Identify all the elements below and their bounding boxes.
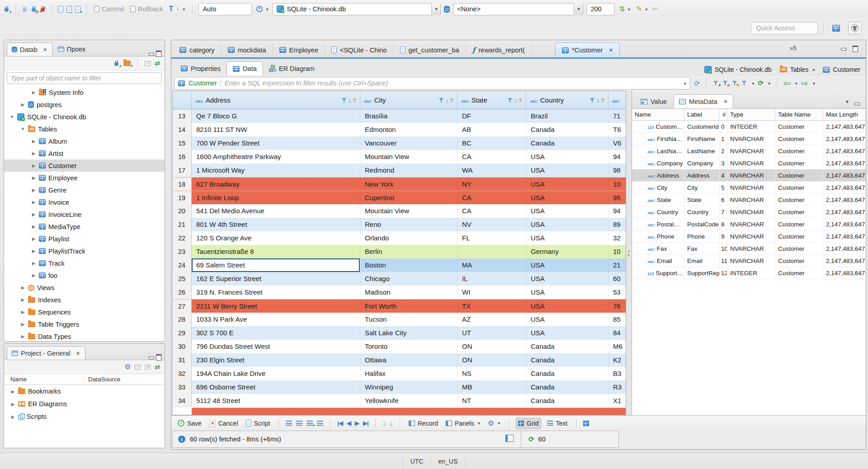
expander-icon[interactable]: ▶ (10, 402, 15, 407)
cell-city[interactable]: Chicago (360, 272, 458, 286)
cell-country[interactable]: Germany (526, 245, 609, 258)
metadata-row[interactable]: PostalCode PostalCode 8 NVARCHAR Custome… (632, 218, 866, 230)
row-number[interactable]: 17 (173, 164, 192, 177)
tab-value[interactable]: Value (636, 94, 672, 108)
fetch-size-input[interactable]: 200 (586, 3, 614, 15)
table-row[interactable]: 18 627 Broadway New York NY USA 10 (173, 177, 626, 191)
cell-state[interactable]: CA (458, 150, 526, 164)
row-number[interactable]: 29 (173, 326, 192, 340)
expander-icon[interactable]: ▶ (20, 297, 25, 302)
expander-icon[interactable]: ▶ (31, 224, 36, 229)
metadata-row[interactable]: State State 6 NVARCHAR Customer 2,147,48… (632, 194, 866, 206)
locale-indicator[interactable]: en_US (431, 456, 465, 467)
row-number[interactable]: 34 (173, 394, 192, 408)
column-header-name[interactable]: Name (632, 109, 684, 120)
expander-icon[interactable]: ▼ (9, 114, 14, 119)
delete-row-icon[interactable] (317, 421, 323, 426)
row-number[interactable]: 19 (173, 191, 192, 204)
cell-city[interactable]: Ottawa (360, 353, 458, 367)
row-number[interactable]: 24 (173, 258, 192, 272)
cell-postalcode[interactable]: 94 (609, 150, 626, 164)
cell-address[interactable]: 1 Infinite Loop (192, 191, 360, 204)
table-row[interactable]: 28 1033 N Park Ave Tucson AZ USA 85 (173, 313, 626, 326)
cell-postalcode[interactable]: 21 (609, 258, 626, 272)
cell-postalcode[interactable]: V6 (609, 136, 626, 150)
edit-row-icon[interactable] (286, 421, 292, 426)
connection-combo[interactable]: SQLite - Chinook.db ▼ (273, 3, 441, 15)
column-header-state[interactable]: State (458, 91, 526, 109)
editor-tab[interactable]: get_customer_ba ✕ (394, 42, 466, 57)
filter-icon[interactable] (507, 98, 513, 103)
cell-postalcode[interactable]: T6 (609, 123, 626, 136)
cell-city[interactable]: Fort Worth (360, 300, 458, 313)
editor-tab[interactable]: <SQLite - Chino ✕ (325, 42, 394, 57)
navigator-filter-input[interactable]: Type part of object name to filter (7, 72, 162, 84)
cell-postalcode[interactable]: 76 (609, 300, 626, 313)
cell-state[interactable]: NT (458, 394, 526, 408)
database-combo[interactable]: <None> ▼ (453, 3, 583, 15)
expander-icon[interactable]: ▶ (10, 414, 15, 419)
tree-item[interactable]: ▶ Sequences (4, 306, 165, 318)
refresh-filter-icon[interactable]: ⟳ (694, 79, 700, 88)
cell-address[interactable]: 302 S 700 E (192, 326, 360, 340)
filter-menu-icon[interactable] (741, 80, 747, 86)
filter-history-dropdown-icon[interactable]: ▾ (684, 81, 686, 86)
metadata-row[interactable]: CustomerId CustomerId 0 INTEGER Customer… (632, 121, 866, 133)
tree-item[interactable]: ▶ Album (4, 135, 165, 147)
record-button[interactable]: Record (407, 418, 440, 428)
txn-mode-combo[interactable]: Auto (198, 3, 252, 15)
disconnect-icon[interactable] (40, 6, 46, 12)
metadata-row[interactable]: LastName LastName 2 NVARCHAR Customer 2,… (632, 145, 866, 157)
metadata-row[interactable]: SupportRepId SupportRepId 12 INTEGER Cus… (632, 267, 866, 279)
cell-city[interactable]: Mountain View (360, 204, 458, 218)
cell-state[interactable]: DF (458, 109, 526, 123)
result-set-icon[interactable] (583, 421, 589, 426)
column-header-number[interactable]: # (720, 109, 727, 120)
cell-address[interactable]: 194A Chain Lake Drive (192, 367, 360, 380)
close-icon[interactable]: ✕ (43, 47, 47, 53)
cell-address[interactable]: Tauentzienstraße 8 (192, 245, 360, 258)
cell-country[interactable]: Canada (526, 136, 609, 150)
tree-item[interactable]: ▶ Playlist (4, 233, 165, 245)
cell-address[interactable]: 801 W 4th Street (192, 218, 360, 231)
rollback-button[interactable]: Rollback (129, 5, 165, 14)
cell-city[interactable]: Cupertino (360, 191, 458, 204)
expander-icon[interactable]: ▶ (20, 310, 25, 314)
editor-subtab[interactable]: ER Diagram (263, 61, 321, 75)
row-number[interactable]: 22 (173, 231, 192, 245)
cell-state[interactable]: ON (458, 340, 526, 353)
fetch-structure-button[interactable]: ⇅▾ (618, 4, 632, 14)
tree-item[interactable]: ▶ InvoiceLine (4, 208, 165, 220)
table-row[interactable]: 15 700 W Pender Street Vancouver BC Cana… (173, 136, 626, 150)
expander-icon[interactable]: ▶ (31, 261, 36, 266)
cell-country[interactable]: USA (526, 164, 609, 177)
cell-city[interactable]: Orlando (360, 231, 458, 245)
cell-address[interactable]: 627 Broadway (192, 178, 360, 191)
reconnect-icon[interactable]: ⟳ (31, 6, 37, 12)
table-row[interactable]: 20 541 Del Medio Avenue Mountain View CA… (173, 204, 626, 218)
cell-country[interactable]: USA (526, 326, 609, 340)
panel-splitter[interactable]: ◂▸ (626, 91, 632, 415)
tree-item[interactable]: ▶ foo (4, 269, 165, 281)
cell-country[interactable]: USA (526, 313, 609, 326)
cell-state[interactable]: MB (458, 380, 526, 394)
tree-item[interactable]: ▼ Tables (4, 123, 165, 135)
project-tree-item[interactable]: ▶ Bookmarks (4, 385, 165, 398)
column-header-label[interactable]: Label (684, 109, 720, 120)
table-row[interactable]: 26 319 N. Frances Street Madison WI USA … (173, 286, 626, 299)
cell-postalcode[interactable]: B3 (609, 367, 626, 380)
cell-postalcode[interactable]: 94 (609, 204, 626, 218)
new-connection-icon[interactable]: + (113, 61, 119, 66)
nav-back-icon[interactable]: ⇦ (783, 79, 791, 88)
view-menu-icon[interactable]: ▾ (846, 98, 849, 105)
duplicate-row-icon[interactable]: + (307, 421, 313, 426)
tree-item[interactable]: ▶ Table Triggers (4, 318, 165, 330)
expander-icon[interactable]: ▶ (31, 200, 36, 205)
cell-city[interactable]: New York (360, 178, 458, 191)
cell-state[interactable]: AZ (458, 313, 526, 326)
sort-icon[interactable] (597, 96, 600, 104)
cell-city[interactable]: Brasília (360, 109, 458, 123)
minimize-icon[interactable] (840, 46, 847, 51)
editor-subtab[interactable]: Properties (175, 61, 226, 75)
filter-icon[interactable] (590, 98, 595, 103)
